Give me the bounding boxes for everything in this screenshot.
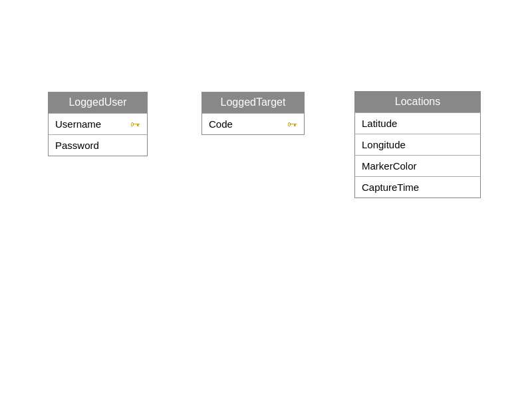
field-row-password: Password [49, 134, 147, 156]
diagram-area: LoggedUser Username 🗝 Password LoggedTar… [0, 0, 532, 399]
entity-locations-title: Locations [355, 92, 480, 112]
field-row-longitude: Longitude [355, 134, 480, 155]
key-icon-username: 🗝 [130, 118, 140, 130]
entity-logged-user: LoggedUser Username 🗝 Password [48, 92, 148, 156]
field-markercolor-label: MarkerColor [362, 160, 473, 172]
field-row-code: Code 🗝 [202, 113, 304, 134]
field-password-label: Password [55, 140, 140, 151]
field-row-markercolor: MarkerColor [355, 155, 480, 176]
entity-logged-user-title: LoggedUser [49, 92, 147, 113]
field-row-capturetime: CaptureTime [355, 176, 480, 198]
entity-logged-target-title: LoggedTarget [202, 92, 304, 113]
field-row-username: Username 🗝 [49, 113, 147, 134]
entity-locations: Locations Latitude Longitude MarkerColor… [354, 91, 481, 198]
field-capturetime-label: CaptureTime [362, 182, 473, 193]
field-username-label: Username [55, 118, 125, 130]
field-code-label: Code [209, 118, 282, 130]
field-longitude-label: Longitude [362, 139, 473, 150]
key-icon-code: 🗝 [287, 118, 297, 130]
entity-logged-target: LoggedTarget Code 🗝 [201, 92, 305, 135]
field-latitude-label: Latitude [362, 118, 473, 129]
field-row-latitude: Latitude [355, 112, 480, 134]
